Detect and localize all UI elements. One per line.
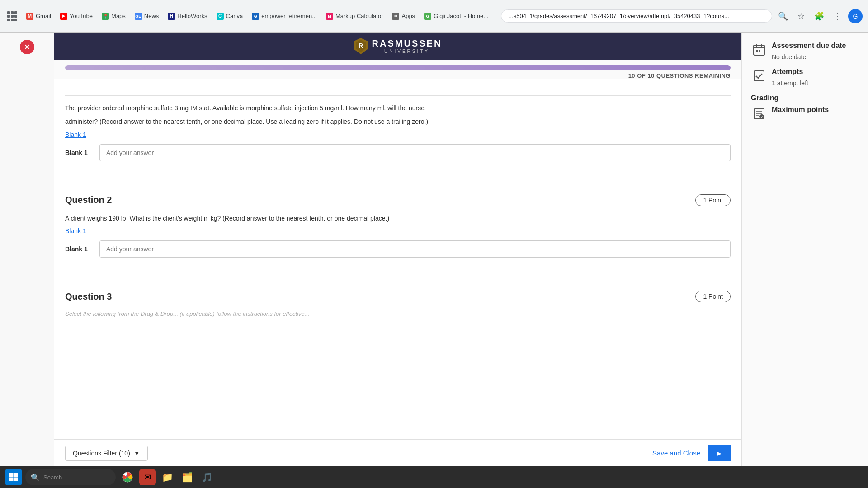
bookmark-gigii-label: Gigii Jacot ~ Home...: [434, 13, 488, 19]
max-points-label: Maximum points: [772, 106, 859, 114]
bookmark-star-icon[interactable]: ☆: [794, 9, 808, 23]
bookmark-maps-label: Maps: [111, 13, 126, 19]
q2-blank-link[interactable]: Blank 1: [65, 227, 86, 235]
bookmark-youtube[interactable]: ▶ YouTube: [57, 11, 96, 22]
filter-chevron-icon: ▼: [134, 450, 140, 457]
university-shield-icon: R: [354, 38, 368, 54]
bookmark-apps-label: Apps: [401, 13, 415, 19]
progress-area: 10 OF 10 QUESTIONS REMAINING: [54, 60, 741, 79]
due-date-value: No due date: [772, 53, 859, 61]
q2-title: Question 2: [65, 195, 112, 205]
bookmark-helloworks-label: HelloWorks: [177, 13, 207, 19]
svg-rect-7: [754, 71, 764, 81]
questions-remaining-text: 10 OF 10 QUESTIONS REMAINING: [65, 72, 731, 79]
submit-button[interactable]: ▶: [708, 445, 731, 461]
sidebar-attempts-section: Attempts 1 attempt left: [751, 68, 859, 87]
markup-favicon: M: [326, 13, 333, 20]
bookmark-news-label: News: [144, 13, 159, 19]
q1-separator: [65, 95, 731, 96]
bookmark-empower[interactable]: G empower retiremen...: [248, 11, 321, 22]
chrome-apps-icon[interactable]: [5, 9, 19, 23]
attempts-icon: [751, 68, 767, 84]
taskbar-music-icon[interactable]: 🎵: [199, 469, 215, 485]
bookmark-youtube-label: YouTube: [70, 13, 93, 19]
save-close-button[interactable]: Save and Close: [652, 449, 700, 457]
questions-filter-button[interactable]: Questions Filter (10) ▼: [65, 446, 148, 461]
news-favicon: GE: [135, 13, 142, 20]
main-content: R RASMUSSEN UNIVERSITY 10 OF 10 QUESTION…: [54, 33, 741, 466]
due-date-label: Assessment due date: [772, 42, 859, 50]
svg-rect-14: [9, 473, 14, 477]
taskbar-folder-icon[interactable]: 📁: [159, 469, 175, 485]
canva-favicon: C: [217, 13, 224, 20]
taskbar-chrome-icon[interactable]: [119, 469, 136, 485]
progress-bar-container: [65, 65, 731, 70]
right-sidebar: Assessment due date No due date Attempts…: [741, 33, 868, 466]
bookmark-canva-label: Canva: [226, 13, 243, 19]
page-content: ✕ R RASMUSSEN UNIVERSITY: [0, 33, 868, 466]
bookmark-markup-label: Markup Calculator: [335, 13, 383, 19]
q1-blank-link[interactable]: Blank 1: [65, 131, 86, 138]
taskbar-explorer-icon[interactable]: 🗂️: [179, 469, 195, 485]
address-bar-text: ...s504_1/grades/assessment/_16749207_1/…: [509, 13, 729, 19]
left-sidebar: ✕: [0, 33, 54, 466]
checkbox-svg: [753, 70, 765, 82]
extension-puzzle-icon[interactable]: 🧩: [812, 9, 826, 23]
svg-text:R: R: [359, 42, 363, 49]
questions-filter-label: Questions Filter (10): [73, 450, 130, 457]
sidebar-grading-section: Grading ✓ Maximum points: [751, 94, 859, 122]
address-bar[interactable]: ...s504_1/grades/assessment/_16749207_1/…: [501, 9, 772, 23]
q2-text: A client weighs 190 lb. What is the clie…: [65, 213, 731, 223]
gmail-favicon: M: [26, 13, 33, 20]
submit-label: ▶: [717, 450, 722, 457]
youtube-favicon: ▶: [60, 13, 67, 20]
questions-scroll[interactable]: The provider ordered morphine sulfate 3 …: [54, 79, 741, 439]
grading-icon: ✓: [751, 106, 767, 122]
windows-taskbar: 🔍 Search ✉ 📁 🗂️ 🎵: [0, 466, 868, 488]
bookmark-apps[interactable]: ⠿ Apps: [388, 11, 419, 22]
q1-text-line1: The provider ordered morphine sulfate 3 …: [65, 103, 731, 113]
attempts-value: 1 attempt left: [772, 80, 859, 87]
profile-avatar[interactable]: G: [848, 9, 863, 23]
bookmarks-bar: M Gmail ▶ YouTube 📍 Maps GE News H Hello…: [23, 11, 497, 22]
q1-text-line2: administer? (Record answer to the neares…: [65, 117, 731, 127]
svg-rect-15: [14, 473, 18, 477]
search-icon-button[interactable]: 🔍: [776, 9, 790, 23]
chrome-menu-icon[interactable]: ⋮: [830, 9, 844, 23]
close-button[interactable]: ✕: [20, 40, 34, 54]
taskbar-search-icon[interactable]: 🔍 Search: [25, 469, 116, 485]
taskbar-mail-icon[interactable]: ✉: [139, 469, 156, 485]
bookmark-maps[interactable]: 📍 Maps: [98, 11, 129, 22]
grading-svg: ✓: [753, 108, 765, 120]
question1-block: The provider ordered morphine sulfate 3 …: [65, 79, 731, 170]
q3-points-badge: 1 Point: [695, 291, 731, 302]
q2-answer-input[interactable]: [99, 240, 731, 258]
svg-rect-17: [14, 478, 18, 482]
taskbar-windows-icon[interactable]: [5, 469, 22, 485]
q2-points-badge: 1 Point: [695, 194, 731, 206]
question2-block: Question 2 1 Point A client weighs 190 l…: [65, 185, 731, 267]
q2-input-row: Blank 1: [65, 240, 731, 258]
maps-favicon: 📍: [102, 13, 109, 20]
q2-blank-label: Blank 1: [65, 245, 92, 253]
university-name: RASMUSSEN: [372, 38, 442, 49]
bookmark-helloworks[interactable]: H HelloWorks: [164, 11, 211, 22]
svg-text:✓: ✓: [760, 116, 763, 119]
bookmark-gmail[interactable]: M Gmail: [23, 11, 55, 22]
calendar-icon: [751, 42, 767, 58]
q2-header: Question 2 1 Point: [65, 194, 731, 206]
browser-frame: M Gmail ▶ YouTube 📍 Maps GE News H Hello…: [0, 0, 868, 488]
bookmark-gigii[interactable]: G Gigii Jacot ~ Home...: [420, 11, 492, 22]
due-date-text-group: Assessment due date No due date: [772, 42, 859, 61]
progress-bar-fill: [65, 65, 731, 70]
bookmark-news[interactable]: GE News: [131, 11, 163, 22]
q2-q3-separator: [65, 274, 731, 274]
q1-input-row: Blank 1: [65, 144, 731, 161]
q3-text-partial: Select the following from the Drag & Dro…: [65, 310, 731, 319]
gigii-favicon: G: [424, 13, 431, 20]
svg-rect-6: [759, 50, 760, 52]
bookmark-markup-calc[interactable]: M Markup Calculator: [322, 11, 387, 22]
svg-rect-5: [756, 50, 758, 52]
bookmark-canva[interactable]: C Canva: [213, 11, 247, 22]
q1-answer-input[interactable]: [99, 144, 731, 161]
